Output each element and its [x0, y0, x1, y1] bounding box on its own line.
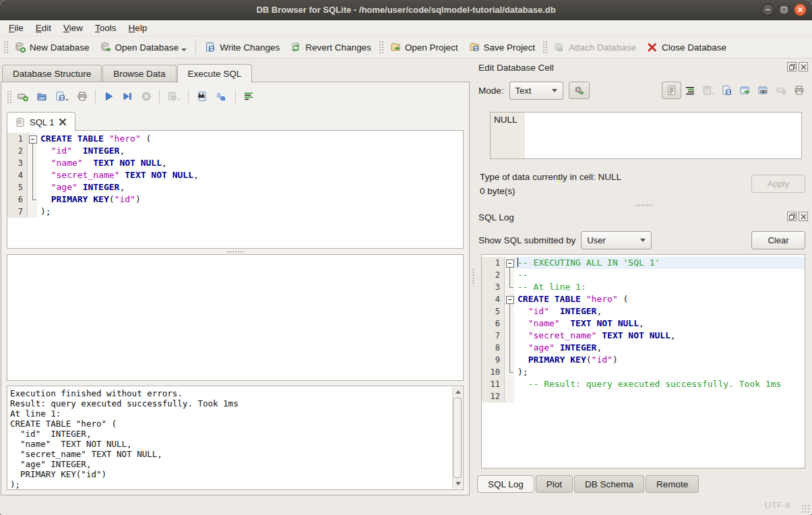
execute-all-button[interactable]	[99, 88, 118, 104]
code-line: 10);	[482, 366, 805, 378]
toolbar-drag-handle[interactable]	[378, 40, 383, 55]
print-button[interactable]	[73, 88, 92, 104]
minimize-icon[interactable]	[761, 3, 774, 16]
close-tab-icon[interactable]	[59, 118, 67, 126]
close-dock-icon[interactable]	[799, 212, 808, 221]
import-settings-button[interactable]	[569, 82, 590, 99]
open-project-icon	[390, 42, 401, 53]
maximize-icon[interactable]	[778, 3, 790, 16]
clear-log-button[interactable]: Clear	[751, 231, 805, 249]
link-cell-button[interactable]	[754, 83, 772, 98]
stop-button	[137, 88, 156, 104]
tab-db-schema[interactable]: DB Schema	[574, 475, 644, 493]
set-null-button	[772, 83, 790, 98]
close-dock-icon[interactable]	[799, 62, 808, 71]
save-sql-file-button[interactable]	[51, 88, 73, 104]
editor-results-splitter[interactable]	[7, 249, 464, 254]
import-cell-button	[699, 83, 718, 98]
message-scrollbar[interactable]	[452, 387, 462, 489]
tab-browse-data[interactable]: Browse Data	[102, 65, 176, 82]
open-sql-file-button[interactable]	[32, 88, 51, 104]
word-wrap-button[interactable]	[239, 88, 258, 104]
save-cell-button[interactable]	[718, 83, 736, 98]
text-mode-button[interactable]	[662, 82, 681, 99]
tab-plot[interactable]: Plot	[536, 475, 573, 493]
save-project-button[interactable]: Save Project	[464, 39, 541, 55]
dock-splitter[interactable]	[476, 202, 812, 208]
title-bar[interactable]: DB Browser for SQLite - /home/user/code/…	[0, 0, 812, 20]
sql-editor[interactable]: 1CREATE TABLE "hero" (2 "id" INTEGER,3 "…	[7, 130, 464, 249]
log-filter-combobox[interactable]: User	[581, 231, 652, 249]
close-icon[interactable]	[794, 3, 807, 16]
encoding-indicator[interactable]: UTF-8	[765, 500, 790, 510]
sql-log-controls: Show SQL submitted by User Clear	[478, 229, 805, 251]
menu-file[interactable]: File	[3, 21, 30, 35]
toolbar-drag-handle[interactable]	[3, 40, 8, 55]
menu-tools[interactable]: Tools	[89, 21, 123, 35]
log-filter-label: Show SQL submitted by	[478, 235, 575, 245]
status-bar: UTF-8	[0, 495, 812, 515]
cell-value: NULL	[494, 115, 518, 125]
menu-view[interactable]: View	[57, 21, 89, 35]
scroll-up-icon[interactable]	[453, 387, 463, 397]
execute-current-line-button[interactable]	[118, 88, 137, 104]
toolbar-drag-handle[interactable]	[542, 40, 547, 55]
code-line: 1-- EXECUTING ALL IN 'SQL 1'	[482, 257, 805, 269]
write-changes-button[interactable]: Write Changes	[199, 39, 285, 55]
toolbar-drag-handle[interactable]	[6, 90, 11, 103]
code-line: 4 "secret_name" TEXT NOT NULL,	[7, 169, 463, 181]
code-line: 9 PRIMARY KEY("id")	[482, 354, 805, 366]
open-database-button[interactable]: Open Database	[95, 39, 193, 55]
new-database-button[interactable]: New Database	[9, 39, 95, 55]
float-dock-icon[interactable]	[787, 212, 797, 221]
tab-remote[interactable]: Remote	[646, 475, 699, 493]
code-line: 11 -- Result: query executed successfull…	[482, 378, 805, 390]
sql-file-icon	[15, 117, 25, 127]
cell-editor-controls: Mode: Text	[478, 79, 808, 102]
menu-help[interactable]: Help	[123, 21, 154, 35]
edit-cell-dock-title: Edit Database Cell	[476, 60, 812, 75]
code-line: 8 "age" INTEGER,	[482, 342, 805, 354]
float-dock-icon[interactable]	[787, 62, 797, 71]
open-database-dropdown-icon[interactable]	[181, 49, 187, 51]
tab-database-structure[interactable]: Database Structure	[2, 65, 102, 82]
left-panel: Database Structure Browse Data Execute S…	[0, 59, 470, 495]
revert-changes-icon	[290, 42, 301, 53]
menu-bar: File Edit View Tools Help	[0, 20, 812, 36]
new-sql-tab-button[interactable]	[13, 88, 32, 104]
format-sql-button[interactable]: ba	[212, 88, 232, 104]
sql-file-tab-label: SQL 1	[30, 117, 54, 127]
results-pane[interactable]	[7, 254, 464, 381]
main-toolbar: New Database Open Database Write Changes…	[0, 36, 812, 59]
resize-grip-icon[interactable]	[801, 504, 810, 513]
sql-log-dock-title: SQL Log	[476, 210, 812, 224]
export-cell-button[interactable]	[736, 83, 754, 98]
code-line: 5 "age" INTEGER,	[7, 181, 463, 193]
open-project-button[interactable]: Open Project	[385, 39, 464, 55]
print-cell-button[interactable]	[790, 83, 808, 98]
chevron-down-icon	[552, 89, 557, 92]
new-database-icon	[15, 42, 26, 53]
revert-changes-button[interactable]: Revert Changes	[285, 39, 377, 55]
cell-word-wrap-button[interactable]	[681, 83, 699, 98]
scrollbar-thumb[interactable]	[454, 398, 462, 478]
mode-combobox[interactable]: Text	[509, 82, 563, 100]
menu-edit[interactable]: Edit	[30, 21, 57, 35]
tab-sql-log[interactable]: SQL Log	[477, 475, 534, 493]
code-line: 3 "name" TEXT NOT NULL,	[7, 157, 463, 169]
messages-pane: Execution finished without errors. Resul…	[10, 388, 451, 489]
scroll-down-icon[interactable]	[453, 479, 463, 489]
panel-splitter[interactable]	[470, 59, 476, 495]
attach-database-button: Attach Database	[549, 39, 642, 55]
tab-execute-sql[interactable]: Execute SQL	[177, 64, 253, 83]
execute-sql-panel: ba SQL 1 1CREATE TABLE "hero" (2 "id" IN…	[1, 82, 470, 495]
close-database-icon	[647, 42, 658, 53]
chevron-down-icon	[640, 239, 646, 242]
sql-file-tab[interactable]: SQL 1	[7, 112, 75, 131]
dock-tab-bar: SQL Log Plot DB Schema Remote	[477, 475, 699, 494]
close-database-button[interactable]: Close Database	[642, 39, 732, 55]
cell-value-editor[interactable]: NULL	[490, 112, 802, 159]
sql-log-editor[interactable]: 1-- EXECUTING ALL IN 'SQL 1'2--3-- At li…	[481, 254, 805, 468]
find-replace-button[interactable]	[192, 88, 212, 104]
sql-toolbar: ba	[5, 86, 466, 107]
